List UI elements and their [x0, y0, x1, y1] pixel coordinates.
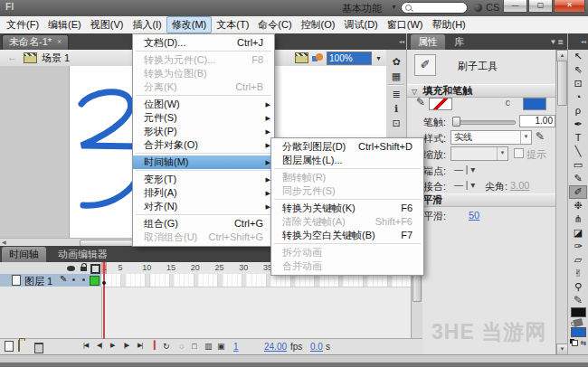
3d-rotation-tool[interactable]: ◔ — [569, 90, 587, 104]
menubar-item-5[interactable]: 修改(M) — [166, 16, 213, 33]
fill-color-swatch[interactable] — [523, 98, 546, 110]
play-button[interactable]: ▶ — [110, 342, 114, 349]
menubar-item-4[interactable]: 插入(I) — [128, 16, 166, 33]
edit-scene-icon[interactable] — [295, 52, 308, 63]
deco-tool[interactable]: ❉ — [569, 199, 587, 212]
stroke-height-input[interactable]: 1.00 — [519, 115, 555, 127]
tab-properties[interactable]: 属性 — [411, 34, 445, 50]
eyedropper-tool[interactable]: ✑ — [569, 240, 587, 253]
stroke-scale-dropdown[interactable]: ▼ — [450, 146, 508, 161]
document-tab[interactable]: 未命名-1* × — [2, 34, 69, 50]
go-to-last-frame-button[interactable]: ▶| — [138, 342, 142, 349]
subselection-tool[interactable]: ⇖ — [569, 63, 587, 77]
stroke-height-slider[interactable] — [454, 120, 516, 125]
pencil-tool[interactable]: ✎ — [569, 172, 587, 185]
menu-item[interactable]: 转换为空白关键帧(B)F7 — [271, 229, 423, 242]
menubar-item-10[interactable]: 窗口(W) — [383, 16, 428, 33]
menu-item[interactable]: 位图(W)▶ — [133, 98, 274, 111]
tab-motion-editor[interactable]: 动画编辑器 — [51, 247, 115, 262]
new-folder-button[interactable] — [18, 340, 20, 352]
miter-value[interactable]: 3.00 — [510, 180, 529, 191]
outline-layers-icon[interactable] — [90, 264, 100, 274]
cap-style-button[interactable]: — | ▾ — [454, 165, 475, 174]
menu-item[interactable]: 排列(A)▶ — [133, 186, 274, 200]
free-transform-tool[interactable]: ⊡ — [569, 77, 587, 90]
eraser-tool[interactable]: ▱ — [569, 253, 587, 267]
layer-frames-row[interactable] — [101, 274, 412, 287]
menu-item[interactable]: 变形(T)▶ — [133, 173, 274, 186]
collapse-panels-icon[interactable]: ◂◂ — [386, 33, 406, 50]
properties-scrollbar-thumb[interactable] — [557, 61, 567, 106]
delete-layer-button[interactable] — [34, 343, 43, 353]
tab-library[interactable]: 库 — [447, 34, 471, 50]
menubar-item-1[interactable]: 文件(F) — [2, 16, 43, 33]
menu-item[interactable]: 组合(G)Ctrl+G — [133, 217, 274, 231]
section-smoothing[interactable]: ▽平滑 — [407, 193, 556, 207]
menubar-item-2[interactable]: 编辑(E) — [43, 16, 86, 33]
hand-tool[interactable]: ✌ — [569, 267, 587, 280]
close-button[interactable]: ✕ — [554, 0, 585, 13]
go-to-first-frame-button[interactable]: |◀ — [83, 342, 88, 349]
lock-layers-icon[interactable] — [81, 267, 87, 271]
onion-skin-outlines-button[interactable]: ▥ — [204, 342, 213, 351]
menu-item[interactable]: 形状(P)▶ — [133, 125, 274, 138]
line-tool[interactable]: ╲ — [569, 145, 587, 158]
workspace-switcher[interactable]: 基本功能 — [342, 2, 382, 15]
text-tool[interactable]: T — [569, 131, 587, 145]
selection-tool[interactable]: ↖ — [569, 50, 587, 63]
brush-tool[interactable]: ✐ — [569, 185, 587, 199]
stroke-style-dropdown[interactable]: 实线▼ — [450, 130, 532, 145]
menubar-item-11[interactable]: 帮助(H) — [428, 16, 470, 33]
stage-zoom-caret-icon[interactable]: ▼ — [375, 55, 382, 61]
menu-item[interactable]: 分离(K)Ctrl+B — [133, 80, 274, 94]
menu-item[interactable]: 拆分动画 — [271, 246, 423, 259]
keyframe-dot[interactable] — [102, 281, 106, 285]
current-frame-value[interactable]: 1 — [233, 342, 239, 352]
lasso-tool[interactable]: ρ — [569, 104, 587, 118]
step-back-button[interactable]: ◀| — [97, 342, 101, 349]
color-panel-icon[interactable]: ✿ — [388, 55, 404, 69]
edit-multiple-frames-button[interactable]: ▣ — [217, 342, 225, 351]
menu-item[interactable]: 时间轴(M)▶ — [133, 155, 274, 169]
layer-visibility-dot[interactable] — [72, 278, 75, 281]
elapsed-time-value[interactable]: 0.0 — [310, 342, 323, 352]
bone-tool[interactable]: ⋔ — [569, 212, 587, 226]
collapse-tools-icon[interactable]: ◂◂ — [568, 33, 588, 50]
layer-outline-color-swatch[interactable] — [90, 276, 100, 286]
stroke-color-swatch[interactable] — [429, 98, 452, 110]
default-colors-icon[interactable] — [570, 339, 578, 346]
menubar-item-8[interactable]: 控制(O) — [297, 16, 340, 33]
frame-rate-value[interactable]: 24.00 — [264, 342, 287, 352]
zoom-tool[interactable]: ⚲ — [569, 280, 587, 294]
layer-name[interactable]: 图层 1 — [24, 275, 52, 288]
playhead-marker-icon[interactable]: ▎ — [154, 341, 160, 350]
panel-menu-icon[interactable]: ▼≣ — [549, 38, 564, 46]
scroll-left-icon[interactable]: ◀ — [2, 239, 6, 246]
menu-item[interactable]: 转换为关键帧(K)F6 — [271, 202, 423, 215]
menu-item[interactable]: 转换为位图(B) — [133, 67, 274, 80]
new-layer-button[interactable] — [5, 341, 14, 352]
pen-tool[interactable]: ✒ — [569, 118, 587, 131]
document-tab-close-icon[interactable]: × — [57, 35, 62, 50]
hinting-checkbox[interactable] — [514, 148, 524, 158]
swatches-panel-icon[interactable]: ▦ — [388, 70, 404, 83]
maximize-button[interactable]: ▢ — [528, 0, 553, 13]
center-frame-button[interactable]: ◌ — [179, 342, 184, 351]
paint-bucket-tool[interactable]: ◪ — [569, 226, 587, 240]
loop-button[interactable]: ↻ — [163, 342, 170, 351]
fill-color-chip[interactable] — [571, 327, 586, 337]
menubar-item-7[interactable]: 命令(C) — [253, 16, 296, 33]
menu-item[interactable]: 转换为元件(C)...F8 — [133, 53, 274, 67]
menu-item[interactable]: 翻转帧(R) — [271, 171, 423, 184]
edit-symbols-icon[interactable] — [312, 53, 323, 63]
menu-item[interactable]: 合并动画 — [271, 259, 423, 273]
step-forward-button[interactable]: |▶ — [124, 342, 128, 349]
layer-lock-dot[interactable] — [82, 278, 85, 281]
info-panel-icon[interactable]: ℹ — [388, 102, 404, 116]
menu-item[interactable]: 清除关键帧(A)Shift+F6 — [271, 215, 423, 229]
menu-item[interactable]: 元件(S)▶ — [133, 111, 274, 125]
stroke-height-slider-thumb[interactable] — [452, 117, 460, 127]
edit-stroke-style-icon[interactable]: ✎ — [536, 130, 545, 143]
menubar-item-6[interactable]: 文本(T) — [212, 16, 253, 33]
search-input[interactable] — [401, 2, 468, 14]
